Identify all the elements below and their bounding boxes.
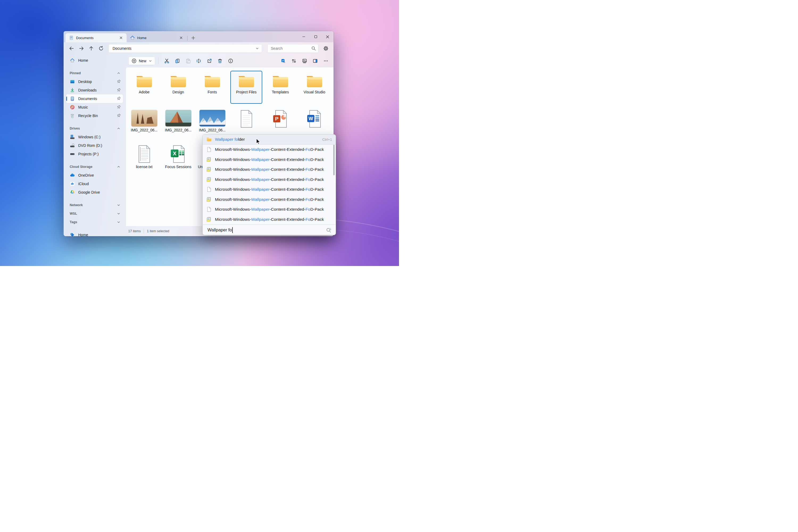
maximize-button[interactable] (310, 32, 322, 41)
sidebar-section-wsl[interactable]: WSL (66, 209, 123, 218)
file-word-icon: W (306, 110, 323, 128)
sidebar-item-onedrive[interactable]: OneDrive (66, 171, 123, 179)
sidebar-item-label: Downloads (78, 88, 113, 92)
details-pane-icon[interactable] (310, 56, 320, 65)
folder-tile-templates[interactable]: Templates (264, 71, 296, 104)
search-result-row[interactable]: Microsoft-Windows-Wallpaper-Content-Exte… (203, 194, 336, 205)
search-result-row[interactable]: Microsoft-Windows-Wallpaper-Content-Exte… (203, 145, 336, 155)
sidebar-item-google-drive[interactable]: Google Drive (66, 188, 123, 196)
search-result-row[interactable]: Microsoft-Windows-Wallpaper-Content-Exte… (203, 174, 336, 185)
file-tile-license-txt[interactable]: license.txt (128, 145, 160, 169)
sidebar-item-windows-c-[interactable]: Windows (C:) (66, 133, 123, 141)
result-text: Microsoft-Windows-Wallpaper-Content-Exte… (215, 167, 332, 172)
sidebar-section-pinned[interactable]: Pinned (66, 69, 123, 77)
select-all-icon[interactable] (278, 56, 288, 65)
search-result-row[interactable]: Microsoft-Windows-Wallpaper-Content-Exte… (203, 165, 336, 175)
chevron-down-icon[interactable] (116, 211, 121, 216)
sidebar-item-documents[interactable]: Documents (66, 94, 123, 103)
window-controls (298, 31, 334, 42)
folder-icon (306, 75, 323, 88)
cab-sm-icon (206, 177, 212, 182)
shortcut-hint: Ctrl+1 (322, 137, 332, 141)
chevron-up-icon[interactable] (116, 126, 121, 131)
search-box[interactable] (267, 44, 318, 53)
folder-tile-adobe[interactable]: Adobe (128, 71, 160, 104)
file-tile-focus-sessions[interactable]: XFocus Sessions (162, 145, 194, 169)
delete-icon[interactable] (215, 56, 225, 65)
onedrive-icon (70, 173, 75, 178)
minimize-button[interactable] (298, 32, 310, 41)
folder-icon (238, 75, 255, 88)
query-text: Wallpaper fo (208, 227, 232, 232)
search-result-row-selected[interactable]: Wallpaper folderCtrl+1 (203, 135, 336, 145)
sidebar-section-tags[interactable]: Tags (66, 218, 123, 226)
file-label: Templates (264, 90, 296, 94)
sidebar-item-downloads[interactable]: Downloads (66, 86, 123, 94)
folder-tile-design[interactable]: Design (162, 71, 194, 104)
sidebar-section-network[interactable]: Network (66, 201, 123, 209)
settings-gear-icon[interactable] (321, 44, 330, 53)
sidebar-item-label: iCloud (78, 182, 121, 186)
folder-tile-visual-studio[interactable]: Visual Studio (299, 71, 330, 104)
sidebar-section-cloud-storage[interactable]: Cloud Storage (66, 163, 123, 171)
quick-search-input[interactable]: Wallpaper fo (208, 227, 233, 233)
file-tile-img-2022-06-[interactable]: IMG_2022_06... (162, 110, 194, 132)
sidebar-item-recycle-bin[interactable]: Recycle Bin (66, 111, 123, 120)
sidebar-item-dvd-rom-d-[interactable]: DVD Rom (D:) (66, 141, 123, 150)
home-tab-icon (130, 35, 135, 40)
forward-icon[interactable] (77, 44, 86, 53)
folder-icon (170, 75, 187, 88)
sidebar-item-icloud[interactable]: iCloud (66, 179, 123, 188)
chevron-down-icon[interactable] (116, 203, 121, 208)
search-input[interactable] (271, 46, 311, 51)
search-result-row[interactable]: Microsoft-Windows-Wallpaper-Content-Exte… (203, 214, 336, 225)
sidebar-section-drives[interactable]: Drives (66, 124, 123, 133)
info-icon[interactable] (226, 56, 236, 65)
close-tab-icon[interactable] (118, 35, 124, 41)
search-result-row[interactable]: Microsoft-Windows-Wallpaper-Content-Exte… (203, 205, 336, 215)
more-options-icon[interactable] (321, 56, 331, 65)
file-tile-file-4[interactable]: P (264, 110, 296, 132)
up-icon[interactable] (87, 44, 96, 53)
folder-tile-project-files[interactable]: Project Files (230, 71, 262, 104)
paste-icon[interactable] (183, 56, 193, 65)
result-text: Wallpaper folder (215, 137, 320, 142)
result-text: Microsoft-Windows-Wallpaper-Content-Exte… (215, 147, 332, 152)
file-label: IMG_2022_06... (128, 128, 160, 132)
file-tile-img-2022-06-[interactable]: IMG_2022_06... (128, 110, 160, 132)
sidebar-item-music[interactable]: Music (66, 103, 123, 111)
search-result-row[interactable]: Microsoft-Windows-Wallpaper-Content-Exte… (203, 185, 336, 195)
view-gallery-icon[interactable] (300, 56, 310, 65)
chevron-up-icon[interactable] (116, 164, 121, 169)
quick-search-footer: Wallpaper fo (203, 225, 336, 235)
rename-icon[interactable] (194, 56, 204, 65)
refresh-icon[interactable] (97, 44, 105, 53)
copy-icon[interactable] (172, 56, 183, 65)
address-bar[interactable]: Documents (109, 44, 262, 53)
sidebar-item-home[interactable]: Home (66, 56, 123, 65)
status-separator (144, 229, 144, 233)
chevron-up-icon[interactable] (116, 71, 121, 76)
new-tab-button[interactable] (189, 34, 197, 42)
tab-documents[interactable]: Documents (65, 33, 127, 42)
share-icon[interactable] (204, 56, 214, 65)
dropdown-scrollbar[interactable] (333, 145, 335, 175)
cut-icon[interactable] (162, 56, 172, 65)
search-result-row[interactable]: Microsoft-Windows-Wallpaper-Content-Exte… (203, 155, 336, 165)
sidebar-item-label: Google Drive (78, 190, 121, 194)
file-tile-img-2022-06-[interactable]: IMG_2022_06... (196, 110, 228, 132)
folder-tile-fonts[interactable]: Fonts (196, 71, 228, 104)
sort-icon[interactable] (289, 56, 299, 65)
file-tile-file-3[interactable] (230, 110, 262, 132)
close-window-button[interactable] (322, 32, 334, 41)
file-tile-file-5[interactable]: W (299, 110, 330, 132)
address-dropdown-chevron-icon[interactable] (255, 46, 259, 50)
back-icon[interactable] (67, 44, 76, 53)
tab-home[interactable]: Home (127, 33, 187, 42)
close-tab-icon[interactable] (178, 35, 184, 41)
new-button[interactable]: New (129, 57, 155, 65)
sidebar-item-projects-p-[interactable]: Projects (P:) (66, 150, 123, 158)
sidebar-item-home[interactable]: Home (66, 231, 123, 236)
chevron-down-icon[interactable] (116, 220, 121, 225)
sidebar-item-desktop[interactable]: Desktop (66, 77, 123, 86)
